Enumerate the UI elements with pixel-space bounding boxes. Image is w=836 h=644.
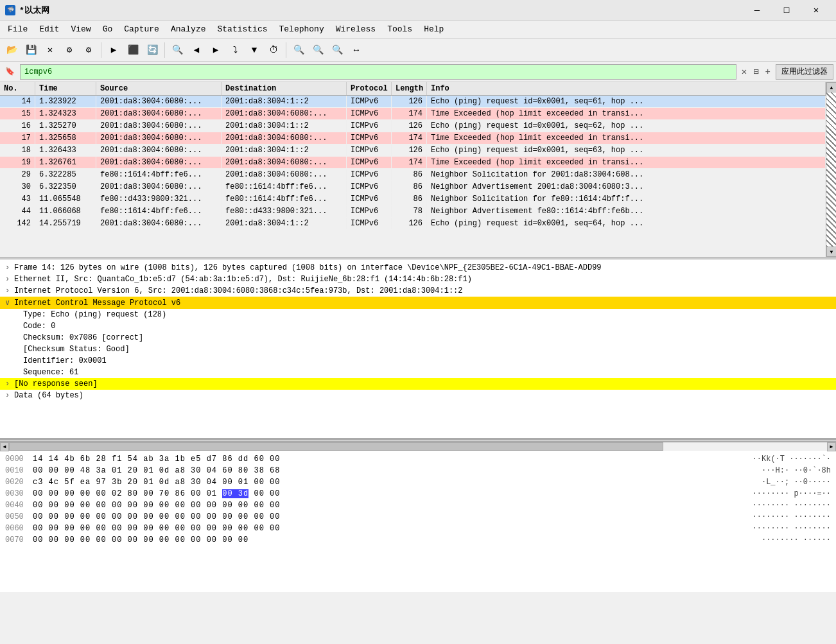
- menu-tools[interactable]: Tools: [382, 22, 417, 37]
- cell-src: 2001:da8:3004:6080:...: [96, 108, 222, 119]
- menu-capture[interactable]: Capture: [119, 22, 164, 37]
- cell-time: 1.326761: [35, 157, 96, 168]
- toggle-icon: ›: [5, 391, 14, 400]
- minimize-button[interactable]: —: [742, 0, 772, 21]
- cell-no: 43: [0, 193, 35, 205]
- detail-row-checksum[interactable]: Checksum: 0x7086 [correct]: [0, 332, 836, 344]
- cell-no: 14: [0, 96, 35, 107]
- hex-row-0070: 0070 00 00 00 00 00 00 00 00 00 00 00 00…: [5, 534, 831, 546]
- toolbar-forward[interactable]: ▶: [207, 41, 225, 59]
- close-button[interactable]: ✕: [801, 0, 831, 21]
- detail-row-ethernet[interactable]: › Ethernet II, Src: QuantaCo_1b:e5:d7 (5…: [0, 274, 836, 285]
- col-header-dest: Destination: [222, 82, 347, 95]
- toolbar-restart[interactable]: 🔄: [143, 41, 161, 59]
- menu-statistics[interactable]: Statistics: [212, 22, 272, 37]
- detail-row-checksum-status[interactable]: [Checksum Status: Good]: [0, 344, 836, 355]
- detail-row-ipv6[interactable]: › Internet Protocol Version 6, Src: 2001…: [0, 285, 836, 297]
- filter-x-btn[interactable]: ✕: [739, 66, 749, 77]
- cell-info: Time Exceeded (hop limit exceeded in tra…: [427, 157, 826, 168]
- table-row[interactable]: 14 1.323922 2001:da8:3004:6080:... 2001:…: [0, 96, 826, 108]
- toolbar-back[interactable]: ◀: [187, 41, 205, 59]
- table-row[interactable]: 29 6.322285 fe80::1614:4bff:fe6... 2001:…: [0, 169, 826, 181]
- table-row[interactable]: 19 1.326761 2001:da8:3004:6080:... 2001:…: [0, 157, 826, 169]
- cell-src: 2001:da8:3004:6080:...: [96, 157, 222, 168]
- detail-row-type[interactable]: Type: Echo (ping) request (128): [0, 309, 836, 320]
- toolbar-close[interactable]: ✕: [41, 41, 59, 59]
- toolbar-stop[interactable]: ⬛: [124, 41, 142, 59]
- detail-row-sequence[interactable]: Sequence: 61: [0, 367, 836, 378]
- toolbar-search[interactable]: 🔍: [168, 41, 186, 59]
- cell-proto: ICMPv6: [347, 120, 392, 132]
- scroll-thumb[interactable]: [9, 442, 663, 451]
- toolbar-open[interactable]: 📂: [3, 41, 21, 59]
- menu-telephony[interactable]: Telephony: [274, 22, 329, 37]
- scroll-track: [9, 442, 827, 451]
- menu-edit[interactable]: Edit: [34, 22, 64, 37]
- detail-text: Checksum: 0x7086 [correct]: [23, 333, 143, 342]
- table-row[interactable]: 16 1.325270 2001:da8:3004:6080:... 2001:…: [0, 120, 826, 132]
- cell-src: 2001:da8:3004:6080:...: [96, 181, 222, 193]
- cell-len: 86: [392, 181, 427, 193]
- toolbar-capture-opts[interactable]: ⚙: [80, 41, 98, 59]
- table-row[interactable]: 15 1.324323 2001:da8:3004:6080:... 2001:…: [0, 108, 826, 120]
- detail-text: Ethernet II, Src: QuantaCo_1b:e5:d7 (54:…: [14, 275, 472, 284]
- toolbar-time-ref[interactable]: ⏱: [265, 41, 283, 59]
- window-controls: — □ ✕: [742, 0, 831, 21]
- detail-row-identifier[interactable]: Identifier: 0x0001: [0, 355, 836, 367]
- detail-row-code[interactable]: Code: 0: [0, 320, 836, 332]
- toolbar-reload[interactable]: ⚙: [60, 41, 78, 59]
- detail-row-frame[interactable]: › Frame 14: 126 bytes on wire (1008 bits…: [0, 262, 836, 274]
- cell-dst: 2001:da8:3004:1::2: [222, 96, 347, 107]
- hex-offset: 0070: [5, 535, 28, 544]
- cell-time: 6.322285: [35, 169, 96, 180]
- hex-row-0040: 0040 00 00 00 00 00 00 00 00 00 00 00 00…: [5, 500, 831, 511]
- table-row[interactable]: 30 6.322350 2001:da8:3004:6080:... fe80:…: [0, 181, 826, 193]
- toolbar-start[interactable]: ▶: [105, 41, 123, 59]
- table-row[interactable]: 43 11.065548 fe80::d433:9800:321... fe80…: [0, 193, 826, 205]
- menu-go[interactable]: Go: [98, 22, 118, 37]
- cell-len: 78: [392, 205, 427, 217]
- cell-no: 29: [0, 169, 35, 180]
- cell-dst: 2001:da8:3004:1::2: [222, 120, 347, 132]
- filter-jump-btn[interactable]: ⊟: [751, 66, 761, 77]
- cell-time: 14.255719: [35, 218, 96, 229]
- scroll-right-btn[interactable]: ▶: [827, 442, 836, 451]
- table-row[interactable]: 18 1.326433 2001:da8:3004:6080:... 2001:…: [0, 144, 826, 157]
- detail-row-no-response[interactable]: › [No response seen]: [0, 378, 836, 390]
- menu-view[interactable]: View: [65, 22, 96, 37]
- toolbar-zoom-in[interactable]: 🔍: [290, 41, 308, 59]
- toolbar-zoom-out[interactable]: 🔍: [309, 41, 327, 59]
- filter-input[interactable]: [20, 64, 736, 80]
- toolbar-goto[interactable]: ⤵: [226, 41, 244, 59]
- cell-src: 2001:da8:3004:6080:...: [96, 132, 222, 144]
- filter-plus-btn[interactable]: +: [763, 67, 773, 77]
- menu-file[interactable]: File: [3, 22, 33, 37]
- cell-dst: 2001:da8:3004:6080:...: [222, 157, 347, 168]
- toolbar-save[interactable]: 💾: [22, 41, 40, 59]
- toolbar-mark[interactable]: ▼: [245, 41, 263, 59]
- cell-time: 1.325658: [35, 132, 96, 144]
- toggle-icon: ›: [5, 263, 14, 272]
- toolbar-zoom-normal[interactable]: 🔍: [328, 41, 346, 59]
- maximize-button[interactable]: □: [772, 0, 801, 21]
- table-row[interactable]: 44 11.066068 fe80::1614:4bff:fe6... fe80…: [0, 205, 826, 218]
- table-row[interactable]: 17 1.325658 2001:da8:3004:6080:... 2001:…: [0, 132, 826, 144]
- hex-bytes: 00 00 00 00 00 00 00 00 00 00 00 00 00 0…: [33, 524, 747, 533]
- apply-filter-button[interactable]: 应用此过滤器: [776, 64, 833, 80]
- menu-help[interactable]: Help: [419, 22, 449, 37]
- packet-list-scrollbar[interactable]: ▲ ▼: [826, 82, 836, 257]
- cell-len: 174: [392, 157, 427, 168]
- table-row[interactable]: 142 14.255719 2001:da8:3004:6080:... 200…: [0, 218, 826, 230]
- scroll-left-btn[interactable]: ◀: [0, 442, 9, 451]
- menu-wireless[interactable]: Wireless: [331, 22, 381, 37]
- toolbar-resize[interactable]: ↔: [347, 41, 365, 59]
- hex-offset: 0040: [5, 501, 28, 510]
- scroll-down-btn[interactable]: ▼: [826, 247, 836, 257]
- detail-row-icmpv6[interactable]: ∨ Internet Control Message Protocol v6: [0, 297, 836, 309]
- menu-analyze[interactable]: Analyze: [166, 22, 211, 37]
- horizontal-scrollbar[interactable]: ◀ ▶: [0, 442, 836, 451]
- scroll-up-btn[interactable]: ▲: [826, 82, 836, 92]
- toggle-icon: ›: [5, 286, 14, 295]
- hex-row-0010: 0010 00 00 00 48 3a 01 20 01 0d a8 30 04…: [5, 465, 831, 476]
- detail-row-data[interactable]: › Data (64 bytes): [0, 390, 836, 401]
